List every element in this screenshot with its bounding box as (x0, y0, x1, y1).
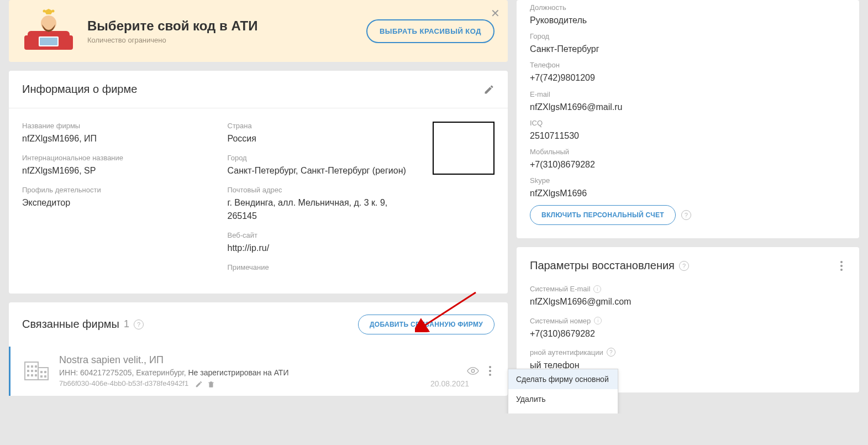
svg-rect-10 (27, 365, 29, 368)
linked-firm-guid-row: 7b66f030-406e-4bb0-b53f-d378fe4942f1 (59, 379, 467, 388)
sys-email-label: Системный E-mail (530, 285, 590, 293)
row-context-menu: Сделать фирму основной Удалить Скрыть (508, 369, 618, 413)
close-banner-button[interactable]: ✕ (491, 8, 500, 19)
contact-card: Должность Руководитель Город Санкт-Петер… (517, 0, 859, 238)
svg-rect-12 (35, 365, 37, 368)
recovery-more-button[interactable] (837, 261, 846, 271)
sys-number-value: +7(310)8679282 (530, 327, 846, 340)
svg-rect-17 (31, 374, 33, 376)
contact-city-value: Санкт-Петербург (530, 43, 846, 55)
pencil-icon (483, 84, 495, 95)
svg-rect-13 (27, 370, 29, 372)
svg-point-4 (43, 10, 46, 13)
svg-rect-9 (38, 368, 48, 380)
city-value: Санкт-Петербург, Санкт-Петербург (регион… (228, 164, 417, 177)
phone-value: +7(742)9801209 (530, 71, 846, 84)
linked-firms-header: Связанные фирмы (22, 318, 119, 331)
position-label: Должность (530, 3, 846, 12)
svg-rect-14 (31, 370, 33, 372)
website-value: http://ip.ru/ (228, 242, 417, 254)
country-label: Страна (228, 122, 417, 130)
help-icon[interactable]: ? (681, 210, 691, 220)
svg-rect-2 (65, 35, 73, 50)
firm-intl-value: nfZXlgsM1696, SP (22, 164, 211, 177)
edit-guid-button[interactable] (195, 380, 203, 388)
pencil-icon (195, 380, 203, 388)
sys-number-label: Системный номер (530, 317, 591, 325)
visibility-toggle[interactable] (467, 365, 479, 377)
skype-value: nfZXlgsM1696 (530, 187, 846, 200)
svg-point-5 (52, 10, 55, 13)
svg-rect-19 (40, 371, 43, 373)
svg-rect-15 (35, 370, 37, 372)
postal-label: Почтовый адрес (228, 186, 417, 194)
building-icon (24, 360, 49, 382)
firm-name-value: nfZXlgsM1696, ИП (22, 132, 211, 145)
linked-firm-name[interactable]: Nostra sapien velit., ИП (59, 354, 467, 366)
linked-firms-card: Связанные фирмы 1 ? ДОБАВИТЬ СВЯЗАННУЮ Ф… (9, 302, 508, 396)
twofa-label: рной аутентификации (530, 348, 603, 357)
firm-info-header: Информация о фирме (22, 83, 137, 96)
svg-rect-16 (27, 374, 29, 376)
position-value: Руководитель (530, 14, 846, 27)
firm-intl-label: Интернациональное название (22, 154, 211, 162)
icq-label: ICQ (530, 119, 846, 127)
delete-guid-button[interactable] (207, 380, 215, 388)
banner-subtitle: Количество ограничено (87, 36, 366, 44)
svg-rect-18 (35, 374, 37, 376)
help-icon[interactable]: ? (607, 348, 616, 357)
mobile-label: Мобильный (530, 148, 846, 156)
contact-city-label: Город (530, 32, 846, 40)
menu-make-primary[interactable]: Сделать фирму основной (508, 369, 618, 389)
trash-icon (207, 380, 215, 388)
skype-label: Skype (530, 176, 846, 185)
linked-firm-row: Nostra sapien velit., ИП ИНН: 6042172752… (9, 347, 508, 396)
menu-hide[interactable]: Скрыть (508, 409, 618, 413)
sys-email-value: nfZXlgsM1696@gmil.com (530, 295, 846, 308)
firm-logo-placeholder (433, 122, 495, 175)
firm-profile-value: Экспедитор (22, 196, 211, 209)
help-icon[interactable]: ? (134, 320, 144, 329)
promo-banner: Выберите свой код в АТИ Количество огран… (9, 0, 508, 62)
menu-delete[interactable]: Удалить (508, 389, 618, 409)
eye-icon (467, 365, 479, 377)
firm-info-card: Информация о фирме Название фирмы nfZXlg… (9, 71, 508, 294)
website-label: Веб-сайт (228, 231, 417, 239)
linked-firms-count: 1 (124, 318, 129, 330)
phone-label: Телефон (530, 61, 846, 69)
edit-firm-button[interactable] (483, 84, 495, 95)
row-more-button[interactable] (486, 366, 495, 376)
svg-rect-11 (31, 365, 33, 368)
enable-personal-account-button[interactable]: ВКЛЮЧИТЬ ПЕРСОНАЛЬНЫЙ СЧЕТ (530, 205, 676, 225)
svg-rect-1 (24, 35, 32, 50)
email-value: nfZXlgsM1696@mail.ru (530, 101, 846, 113)
note-label: Примечание (228, 263, 417, 271)
help-icon[interactable]: ? (679, 261, 689, 271)
country-value: Россия (228, 132, 417, 145)
svg-rect-22 (44, 375, 46, 378)
email-label: E-mail (530, 90, 846, 98)
mobile-value: +7(310)8679282 (530, 158, 846, 171)
icq-value: 2510711530 (530, 129, 846, 142)
info-icon[interactable]: i (594, 317, 602, 324)
city-label: Город (228, 154, 417, 162)
svg-rect-7 (40, 38, 57, 45)
linked-firm-date: 20.08.2021 (430, 379, 469, 388)
banner-illustration (22, 9, 75, 53)
svg-rect-21 (40, 375, 43, 378)
svg-point-23 (471, 369, 475, 373)
postal-value: г. Вендинга, алл. Мельничная, д. 3 к. 9,… (228, 196, 417, 222)
firm-profile-label: Профиль деятельности (22, 186, 211, 194)
svg-rect-20 (44, 371, 46, 373)
recovery-header: Параметры восстановления (530, 259, 675, 272)
choose-code-button[interactable]: ВЫБРАТЬ КРАСИВЫЙ КОД (366, 19, 495, 43)
info-icon[interactable]: i (593, 285, 601, 293)
add-linked-firm-button[interactable]: ДОБАВИТЬ СВЯЗАННУЮ ФИРМУ (358, 315, 495, 334)
svg-point-3 (41, 15, 56, 31)
banner-title: Выберите свой код в АТИ (87, 18, 366, 34)
linked-firm-meta: ИНН: 604217275205, Екатеринбург, Не заре… (59, 368, 467, 377)
firm-name-label: Название фирмы (22, 122, 211, 130)
